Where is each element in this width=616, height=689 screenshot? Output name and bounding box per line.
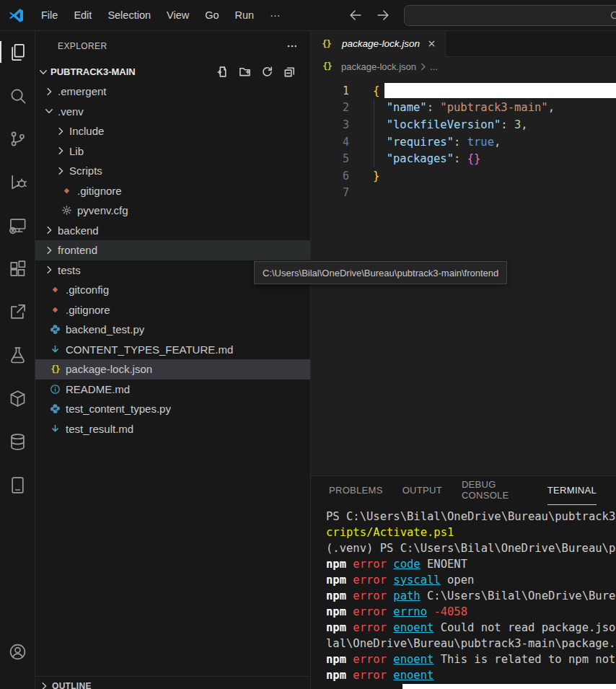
chevron-right-icon — [55, 165, 67, 177]
close-icon[interactable] — [425, 38, 438, 51]
panel-tab-debug-console[interactable]: DEBUG CONSOLE — [462, 476, 528, 505]
sidebar-title: EXPLORER — [58, 41, 107, 51]
markdown-file-icon — [49, 423, 61, 434]
menu-file[interactable]: File — [33, 6, 66, 25]
terminal-line: npm error errno -4058 — [326, 604, 616, 620]
code-text: } — [349, 170, 379, 183]
markdown-file-icon — [49, 343, 61, 355]
activity-remote-explorer[interactable] — [0, 203, 35, 247]
tree-item-include[interactable]: Include — [35, 121, 310, 141]
tree-item-test-result-md[interactable]: test_result.md — [35, 419, 310, 439]
json-file-icon: {} — [49, 364, 61, 375]
terminal-line: npm error enoent — [326, 667, 616, 683]
editor-area: {}package-lock.json {}package-lock.json.… — [311, 30, 616, 689]
info-file-icon — [49, 383, 61, 395]
menu-go[interactable]: Go — [197, 6, 226, 25]
terminal-output[interactable]: PS C:\Users\Bilal\OneDrive\Bureau\pubtra… — [311, 504, 616, 689]
activity-testing[interactable] — [0, 333, 35, 377]
new-file-button[interactable] — [216, 66, 229, 78]
tree-item-label: .emergent — [58, 85, 107, 97]
activity-account[interactable] — [0, 630, 35, 673]
command-center-search[interactable] — [404, 5, 616, 26]
menu-run[interactable]: Run — [227, 6, 263, 25]
tree-item-venv[interactable]: .venv — [35, 102, 310, 122]
menu-selection[interactable]: Selection — [100, 6, 159, 25]
activity-notebook[interactable] — [0, 463, 35, 506]
breadcrumb-item[interactable]: ... — [430, 61, 438, 72]
tree-item-label: .gitignore — [77, 185, 122, 197]
refresh-button[interactable] — [261, 66, 273, 78]
menu-edit[interactable]: Edit — [66, 6, 100, 25]
share-icon — [8, 302, 27, 322]
chevron-right-icon — [43, 264, 56, 276]
tree-item-gitignore[interactable]: .gitignore — [35, 181, 310, 201]
tab-label: package-lock.json — [342, 38, 420, 49]
tree-item-backend-test-py[interactable]: backend_test.py — [35, 320, 310, 340]
tree-item-test-content-types-py[interactable]: test_content_types.py — [35, 399, 310, 419]
tree-item-scripts[interactable]: Scripts — [35, 161, 310, 181]
activity-source-control[interactable] — [0, 117, 35, 160]
tree-item-gitignore[interactable]: .gitignore — [35, 300, 310, 320]
tree-item-backend[interactable]: backend — [35, 221, 310, 241]
panel-tab-problems[interactable]: PROBLEMS — [329, 476, 383, 505]
search-icon — [8, 86, 27, 105]
code-line-3: 3 "lockfileVersion": 3, — [311, 116, 616, 133]
path-tooltip: C:\Users\Bilal\OneDrive\Bureau\pubtrack3… — [254, 261, 507, 284]
vscode-logo-icon — [8, 7, 25, 24]
source-control-icon — [8, 129, 27, 149]
tree-item-frontend[interactable]: frontend — [35, 240, 310, 260]
tree-item-readme-md[interactable]: README.md — [35, 379, 310, 400]
menu-view[interactable]: View — [159, 6, 197, 25]
breadcrumb-label: ... — [430, 61, 438, 72]
tree-item-pyvenv-cfg[interactable]: pyvenv.cfg — [35, 201, 310, 221]
panel-tab-terminal[interactable]: TERMINAL — [547, 476, 597, 505]
chevron-right-icon — [55, 126, 67, 137]
explorer-icon — [8, 43, 27, 62]
activity-share[interactable] — [0, 290, 35, 333]
tree-item-package-lock-json[interactable]: {}package-lock.json — [35, 359, 310, 379]
code-line-5: 5 "packages": {} — [311, 150, 616, 167]
python-file-icon — [49, 403, 61, 415]
back-button[interactable] — [348, 7, 364, 23]
tree-item-label: README.md — [66, 383, 130, 395]
tree-item-label: pyvenv.cfg — [77, 204, 128, 216]
terminal-line: lal\OneDrive\Bureau\pubtrack3-main\packa… — [326, 636, 616, 651]
tree-item-content-types-feature-md[interactable]: CONTENT_TYPES_FEATURE.md — [35, 340, 310, 360]
code-text: "requires": true, — [349, 136, 501, 149]
tree-item-emergent[interactable]: .emergent — [35, 82, 310, 102]
git-file-icon — [49, 284, 61, 296]
testing-icon — [8, 346, 27, 365]
line-number: 1 — [311, 84, 349, 97]
breadcrumb-item[interactable]: {}package-lock.json — [321, 61, 416, 72]
search-icon — [610, 10, 616, 22]
title-bar: FileEditSelectionViewGoRun··· — [0, 0, 616, 31]
chevron-right-icon — [43, 86, 56, 97]
menu-more[interactable]: ··· — [262, 6, 289, 25]
activity-search[interactable] — [0, 74, 35, 117]
activity-explorer[interactable] — [0, 30, 35, 74]
sidebar-header: EXPLORER — [35, 30, 310, 62]
editor-tab-bar: {}package-lock.json — [311, 30, 616, 57]
views-more-actions-button[interactable] — [284, 38, 300, 54]
terminal-line: npm error code ENOENT — [326, 556, 616, 572]
activity-extensions[interactable] — [0, 247, 35, 290]
line-number: 2 — [311, 101, 349, 114]
new-folder-button[interactable] — [239, 66, 251, 78]
forward-button[interactable] — [375, 7, 391, 23]
panel-tab-output[interactable]: OUTPUT — [402, 476, 442, 505]
line-number: 5 — [311, 152, 349, 165]
terminal-line: npm error enoent This is related to npm … — [326, 651, 616, 667]
editor-tab-package-lock-json[interactable]: {}package-lock.json — [311, 30, 446, 57]
workspace-section-header[interactable]: PUBTRACK3-MAIN — [35, 62, 310, 82]
activity-run-debug[interactable] — [0, 160, 35, 203]
outline-section-header[interactable]: OUTLINE — [35, 676, 309, 689]
history-navigation — [348, 7, 391, 23]
menu-bar: FileEditSelectionViewGoRun··· — [33, 6, 289, 25]
breadcrumb-label: package-lock.json — [341, 61, 416, 72]
activity-database[interactable] — [0, 420, 35, 463]
tree-item-lib[interactable]: Lib — [35, 141, 310, 162]
activity-package[interactable] — [0, 377, 35, 420]
json-file-icon: {} — [320, 38, 333, 50]
collapse-all-button[interactable] — [283, 66, 296, 78]
refresh-icon — [261, 66, 273, 78]
